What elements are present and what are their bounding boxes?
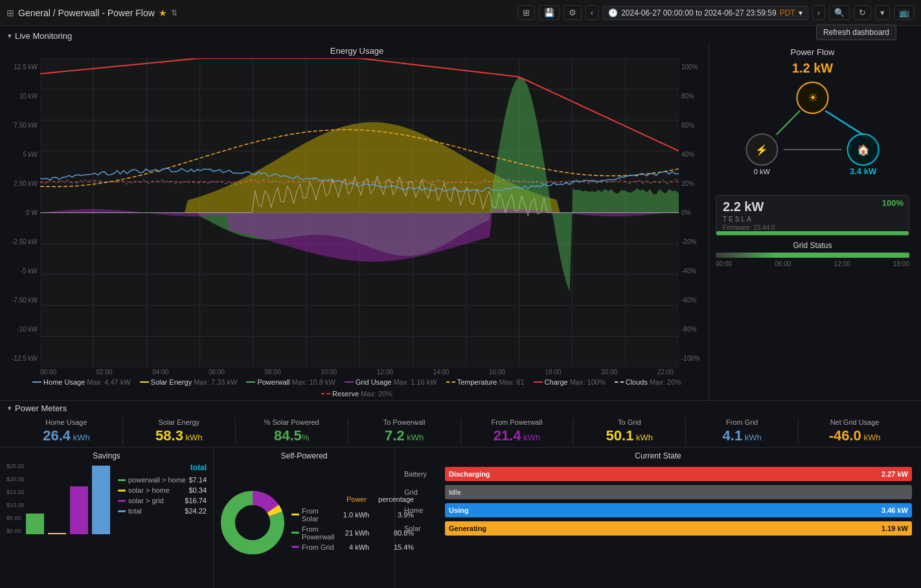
- save-button[interactable]: 💾: [539, 5, 560, 20]
- svg-line-7: [777, 111, 800, 135]
- tv-button[interactable]: 📺: [894, 5, 915, 20]
- svg-text:☀: ☀: [808, 91, 818, 104]
- meter-net-grid: Net Grid Usage -46.0 kWh: [799, 418, 911, 444]
- bottom-section: ▾ Power Meters Home Usage 26.4 kWh Solar…: [0, 400, 921, 588]
- topbar-left: ⊞ General / Powerwall - Power Flow ★ ⇅: [6, 8, 512, 18]
- top-row: Energy Usage 12.5 kW 10 kW 7.50 kW 5 kW …: [0, 43, 921, 400]
- live-monitoring-header[interactable]: ▾ Live Monitoring: [0, 26, 921, 43]
- savings-content: $25.00 $20.00 $15.00 $10.00 $5.00 $0.00: [6, 463, 207, 584]
- meter-from-powerwall: From Powerwall 21.4 kWh: [461, 418, 574, 444]
- settings-button[interactable]: ⚙: [563, 5, 582, 20]
- meter-solar-energy: Solar Energy 58.3 kWh: [123, 418, 236, 444]
- state-row-battery: Battery Discharging 2.27 kW: [404, 467, 912, 481]
- power-meters-label: Power Meters: [15, 403, 67, 413]
- add-panel-button[interactable]: ⊞: [517, 5, 535, 20]
- prev-time-button[interactable]: ‹: [586, 5, 598, 20]
- self-powered-content: Power percentage From Solar 1.0 kWh 3.9%…: [220, 463, 388, 584]
- bar-total: [92, 466, 110, 534]
- sp-col-power: Power: [334, 495, 367, 503]
- legend-charge: Charge Max: 100%: [534, 378, 606, 386]
- chevron-down-button[interactable]: ▾: [875, 5, 890, 20]
- battery-percentage: 100%: [882, 198, 904, 208]
- bar-powerwall-home: [26, 514, 44, 534]
- timezone-label: PDT: [780, 8, 795, 17]
- savings-total-col: total: [118, 463, 207, 472]
- power-flow-title: Power Flow: [716, 47, 909, 57]
- sync-button[interactable]: ↻: [854, 5, 871, 20]
- power-flow-diagram: ☀ ⚡ 🏠 0 kW 3.4 kW: [722, 78, 903, 188]
- legend-solar-energy: Solar Energy Max: 7.33 kW: [140, 378, 238, 386]
- savings-title: Savings: [6, 451, 207, 460]
- state-bar-battery: Discharging 2.27 kW: [445, 467, 912, 481]
- legend-powerwall: Powerwall Max: 10.8 kW: [246, 378, 335, 386]
- savings-panel: Savings $25.00 $20.00 $15.00 $10.00 $5.0…: [0, 447, 214, 588]
- meter-to-grid: To Grid 50.1 kWh: [573, 418, 686, 444]
- y-axis-left: 12.5 kW 10 kW 7.50 kW 5 kW 2.50 kW 0 W -…: [8, 58, 40, 367]
- next-time-button[interactable]: ›: [812, 5, 825, 20]
- battery-info: 2.2 kW TESLA Firmware: 23.44.0: [723, 199, 902, 231]
- meter-to-powerwall: To Powerwall 7.2 kWh: [348, 418, 461, 444]
- meter-solar-powered: % Solar Powered 84.5%: [236, 418, 348, 444]
- topbar: ⊞ General / Powerwall - Power Flow ★ ⇅ ⊞…: [0, 0, 921, 26]
- battery-kw: 2.2 kW: [723, 199, 902, 214]
- chart-wrap: 12.5 kW 10 kW 7.50 kW 5 kW 2.50 kW 0 W -…: [8, 58, 706, 367]
- solar-kw-label: 1.2 kW: [716, 61, 909, 76]
- refresh-dashboard-tooltip: Refresh dashboard: [816, 25, 896, 40]
- grid-status-times: 00:00 06:00 12:00 18:00: [716, 260, 909, 267]
- self-powered-panel: Self-Powered: [214, 447, 395, 588]
- grid-status-title: Grid Status: [716, 241, 909, 250]
- chart-legend: Home Usage Max: 4.47 kW Solar Energy Max…: [8, 376, 706, 400]
- grid-icon: ⊞: [6, 8, 14, 18]
- savings-item-total: total $24.22: [118, 506, 207, 516]
- chart-title: Energy Usage: [8, 43, 706, 58]
- svg-point-15: [235, 505, 270, 540]
- grid-status-section: Grid Status 00:00 06:00 12:00 18:00: [716, 241, 909, 267]
- time-range[interactable]: 🕐 2024-06-27 00:00:00 to 2024-06-27 23:5…: [602, 6, 808, 20]
- grid-status-bar: [716, 253, 909, 258]
- svg-text:3.4 kW: 3.4 kW: [850, 166, 877, 176]
- clock-icon: 🕐: [608, 8, 618, 17]
- savings-y-axis: $25.00 $20.00 $15.00 $10.00 $5.00 $0.00: [6, 463, 25, 534]
- battery-firmware: Firmware: 23.44.0: [723, 224, 902, 231]
- savings-item-solar-home: solar > home $0.34: [118, 485, 207, 495]
- state-bar-grid: Idle: [445, 485, 912, 499]
- power-meters-header[interactable]: ▾ Power Meters: [0, 401, 921, 414]
- zoom-button[interactable]: 🔍: [829, 5, 850, 20]
- toggle-icon-meters: ▾: [8, 404, 12, 413]
- toggle-icon: ▾: [8, 32, 12, 40]
- energy-chart: [40, 58, 679, 367]
- savings-bars: $25.00 $20.00 $15.00 $10.00 $5.00 $0.00: [6, 463, 113, 534]
- svg-text:0 kW: 0 kW: [754, 168, 771, 175]
- legend-home-usage: Home Usage Max: 4.47 kW: [32, 378, 130, 386]
- power-flow-lines: ☀ ⚡ 🏠 0 kW 3.4 kW: [722, 78, 903, 188]
- chevron-down-icon: ▾: [799, 8, 802, 17]
- star-icon[interactable]: ★: [159, 8, 167, 18]
- svg-text:⚡: ⚡: [755, 144, 768, 156]
- breadcrumb: General / Powerwall - Power Flow: [18, 8, 155, 18]
- state-row-home: Home Using 3.46 kW: [404, 503, 912, 517]
- battery-bar: [716, 231, 909, 235]
- savings-legend: total powerwall > home $7.14 solar > hom…: [118, 463, 207, 584]
- y-axis-right: 100% 80% 60% 40% 20% 0% -20% -40% -60% -…: [679, 58, 706, 367]
- topbar-icons: ⊞ 💾 ⚙ ‹ 🕐 2024-06-27 00:00:00 to 2024-06…: [517, 5, 915, 20]
- svg-line-6: [825, 111, 863, 135]
- meters-row: Home Usage 26.4 kWh Solar Energy 58.3 kW…: [0, 414, 921, 447]
- live-monitoring-label: Live Monitoring: [15, 31, 72, 41]
- meter-home-usage: Home Usage 26.4 kWh: [10, 418, 123, 444]
- state-bar-home: Using 3.46 kW: [445, 503, 912, 517]
- savings-chart: $25.00 $20.00 $15.00 $10.00 $5.00 $0.00: [6, 463, 113, 584]
- tesla-logo: TESLA: [723, 216, 902, 223]
- self-powered-title: Self-Powered: [220, 451, 388, 460]
- legend-temperature: Temperature Max: 81: [446, 378, 525, 386]
- state-row-grid: Grid Idle: [404, 485, 912, 499]
- bar-solar-home: [48, 533, 66, 534]
- power-flow-panel: Power Flow 1.2 kW ☀ ⚡ 🏠: [709, 43, 916, 400]
- share-icon[interactable]: ⇅: [171, 8, 177, 17]
- state-row-solar: Solar Generating 1.19 kW: [404, 521, 912, 536]
- bottom-panels: Savings $25.00 $20.00 $15.00 $10.00 $5.0…: [0, 447, 921, 588]
- donut-chart: [220, 490, 285, 557]
- current-state-panel: Current State Battery Discharging 2.27 k…: [395, 447, 921, 588]
- main-content: ▾ Live Monitoring Energy Usage 12.5 kW 1…: [0, 26, 921, 588]
- meter-from-grid: From Grid 4.1 kWh: [686, 418, 799, 444]
- current-state-title: Current State: [404, 451, 912, 460]
